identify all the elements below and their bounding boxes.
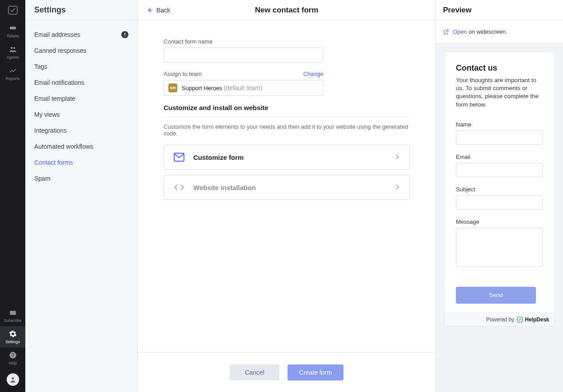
nav-tags[interactable]: Tags bbox=[25, 59, 137, 75]
nav-canned-responses[interactable]: Canned responses bbox=[25, 43, 137, 59]
preview-subject-input[interactable] bbox=[456, 195, 543, 210]
customize-form-card[interactable]: Customize form bbox=[164, 145, 410, 170]
helpdesk-logo: HelpDesk bbox=[517, 317, 549, 323]
rail-label: Subscribe bbox=[4, 318, 21, 323]
svg-point-1 bbox=[10, 47, 12, 49]
preview-email-input[interactable] bbox=[456, 163, 543, 177]
rail-label: Help bbox=[8, 361, 17, 365]
rail-reports[interactable]: Reports bbox=[0, 63, 25, 84]
agents-icon bbox=[9, 45, 17, 53]
nav-automated-workflows[interactable]: Automated workflows bbox=[25, 139, 137, 154]
rail-label: Reports bbox=[6, 76, 20, 81]
left-rail: Tickets Agents Reports Subscribe Setting… bbox=[0, 0, 25, 392]
nav-spam[interactable]: Spam bbox=[25, 170, 137, 186]
arrow-left-icon bbox=[146, 6, 154, 14]
chevron-right-icon bbox=[395, 154, 399, 161]
team-avatar: SH bbox=[168, 83, 177, 92]
open-widescreen-link[interactable]: Open bbox=[453, 28, 467, 35]
brand-name: HelpDesk bbox=[525, 317, 549, 323]
nav-label: Automated workflows bbox=[34, 143, 93, 150]
create-form-button[interactable]: Create form bbox=[287, 364, 343, 380]
nav-email-notifications[interactable]: Email notifications bbox=[25, 75, 137, 91]
section-description: Customize the form elements to your need… bbox=[164, 123, 410, 137]
nav-integrations[interactable]: Integrations bbox=[25, 123, 137, 139]
section-title: Customize and install on website bbox=[164, 104, 410, 117]
nav-label: Email notifications bbox=[34, 79, 84, 86]
rail-agents[interactable]: Agents bbox=[0, 42, 25, 63]
team-name: Support Heroes bbox=[182, 85, 224, 91]
change-team-link[interactable]: Change bbox=[303, 71, 323, 77]
team-default-tag: (default team) bbox=[224, 84, 262, 91]
subscribe-icon bbox=[9, 309, 17, 317]
person-icon bbox=[9, 376, 16, 383]
preview-send-button[interactable]: Send bbox=[456, 287, 536, 304]
ticket-icon bbox=[9, 24, 17, 32]
preview-email-field: Email bbox=[456, 154, 543, 177]
preview-name-input[interactable] bbox=[456, 131, 543, 145]
preview-open-row: Open on widescreen. bbox=[436, 20, 563, 44]
nav-email-addresses[interactable]: Email addresses ! bbox=[25, 27, 137, 43]
website-install-card[interactable]: Website installation bbox=[164, 175, 410, 200]
sidebar-title: Settings bbox=[34, 5, 66, 15]
preview-panel: Preview Open on widescreen. Contact us Y… bbox=[435, 0, 563, 392]
nav-contact-forms[interactable]: Contact forms bbox=[25, 154, 137, 170]
nav-label: Contact forms bbox=[34, 159, 73, 166]
nav-label: Spam bbox=[34, 175, 51, 182]
preview-form-title: Contact us bbox=[456, 63, 543, 73]
chevron-right-icon bbox=[395, 184, 399, 191]
settings-sidebar: Settings Email addresses ! Canned respon… bbox=[25, 0, 138, 392]
preview-title: Preview bbox=[443, 6, 471, 15]
nav-email-template[interactable]: Email template bbox=[25, 91, 137, 107]
contact-form-preview: Contact us Your thoughts are important t… bbox=[444, 51, 555, 327]
preview-message-input[interactable] bbox=[456, 228, 543, 267]
rail-settings[interactable]: Settings bbox=[0, 326, 25, 348]
form-name-label: Contact form name bbox=[164, 38, 410, 45]
nav-label: Tags bbox=[34, 63, 48, 70]
back-button[interactable]: Back bbox=[138, 6, 178, 14]
preview-body: Contact us Your thoughts are important t… bbox=[436, 44, 563, 392]
cancel-button[interactable]: Cancel bbox=[230, 364, 280, 380]
svg-point-6 bbox=[12, 377, 14, 380]
main-panel: Back New contact form Contact form name … bbox=[138, 0, 435, 392]
rail-subscribe[interactable]: Subscribe bbox=[0, 305, 25, 326]
preview-subject-field: Subject bbox=[456, 186, 543, 210]
rail-tickets[interactable]: Tickets bbox=[0, 20, 25, 42]
sidebar-header: Settings bbox=[25, 0, 137, 20]
nav-label: Email addresses bbox=[34, 31, 80, 38]
team-selector[interactable]: SH Support Heroes (default team) bbox=[164, 80, 323, 96]
preview-name-field: Name bbox=[456, 121, 543, 145]
settings-nav: Email addresses ! Canned responses Tags … bbox=[25, 20, 137, 193]
app-logo bbox=[0, 0, 25, 20]
rail-help[interactable]: ? Help bbox=[0, 348, 25, 369]
form-name-row: Contact form name bbox=[164, 38, 410, 63]
powered-by-label: Powered by bbox=[486, 317, 514, 323]
customize-section: Customize and install on website Customi… bbox=[164, 104, 410, 200]
alert-badge: ! bbox=[121, 31, 128, 38]
rail-label: Tickets bbox=[6, 34, 19, 38]
nav-label: My views bbox=[34, 111, 60, 118]
chart-icon bbox=[9, 67, 17, 75]
preview-header: Preview bbox=[436, 0, 563, 20]
preview-form-desc: Your thoughts are important to us. To su… bbox=[456, 76, 543, 109]
main-header: Back New contact form bbox=[138, 0, 435, 20]
svg-text:?: ? bbox=[12, 352, 14, 358]
code-icon bbox=[174, 183, 184, 192]
preview-name-label: Name bbox=[456, 121, 543, 128]
back-label: Back bbox=[156, 7, 170, 14]
svg-point-2 bbox=[13, 47, 15, 49]
nav-my-views[interactable]: My views bbox=[25, 107, 137, 123]
main-body: Contact form name Assign to team Change … bbox=[138, 20, 435, 352]
help-icon: ? bbox=[9, 351, 17, 359]
open-widescreen-text: on widescreen. bbox=[467, 28, 507, 35]
assign-team-row: Assign to team Change SH Support Heroes … bbox=[164, 71, 410, 96]
preview-message-field: Message bbox=[456, 218, 543, 268]
nav-label: Integrations bbox=[34, 127, 67, 134]
contact-form-name-input[interactable] bbox=[164, 48, 323, 63]
footer-actions: Cancel Create form bbox=[138, 352, 435, 392]
preview-subject-label: Subject bbox=[456, 186, 543, 193]
rail-label: Agents bbox=[6, 55, 19, 59]
gear-icon bbox=[9, 330, 17, 338]
nav-label: Canned responses bbox=[34, 47, 87, 54]
rail-label: Settings bbox=[5, 340, 20, 344]
user-avatar[interactable] bbox=[7, 373, 19, 386]
